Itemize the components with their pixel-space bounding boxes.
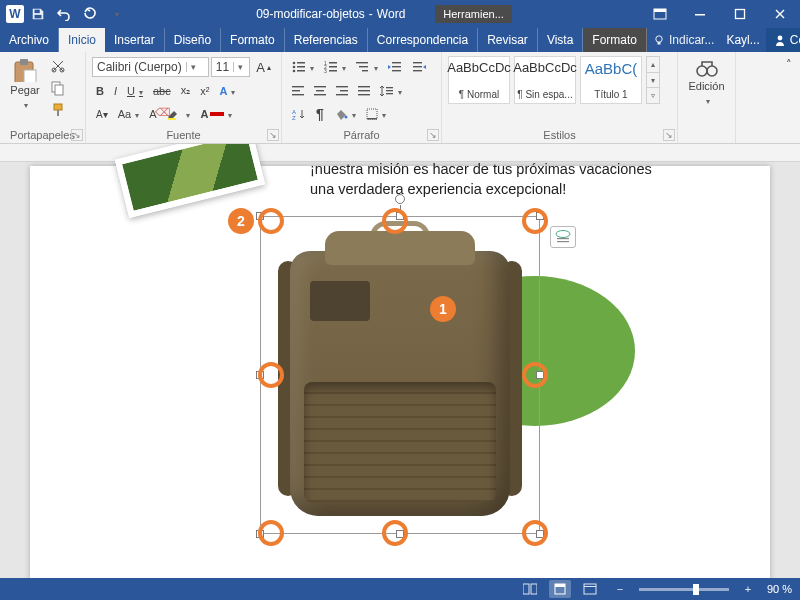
svg-rect-5 (736, 10, 745, 19)
svg-rect-60 (367, 118, 377, 120)
svg-rect-17 (57, 110, 59, 116)
share-button[interactable]: Compartir (766, 28, 800, 52)
svg-rect-4 (695, 14, 705, 16)
document-area: ¡nuestra misión es hacer de tus próximas… (0, 144, 800, 578)
word-icon: W (6, 5, 24, 23)
strike-button[interactable]: abc (149, 83, 175, 99)
style-heading1[interactable]: AaBbC( Título 1 (580, 56, 642, 104)
brush-icon (50, 102, 66, 118)
clear-formatting-button[interactable]: A⌫ (145, 106, 160, 122)
show-marks-button[interactable]: ¶ (312, 104, 328, 124)
decrease-indent-button[interactable] (384, 59, 406, 75)
scissors-icon (50, 58, 66, 74)
borders-button[interactable] (362, 106, 390, 122)
change-case-button[interactable]: Aa (114, 106, 143, 122)
svg-rect-7 (658, 42, 661, 45)
tab-mailings[interactable]: Correspondencia (368, 28, 478, 52)
minimize-button[interactable] (680, 0, 720, 28)
maximize-button[interactable] (720, 0, 760, 28)
font-size-combo[interactable]: 11▾ (211, 57, 251, 77)
styles-launcher[interactable]: ↘ (663, 129, 675, 141)
font-name-combo[interactable]: Calibri (Cuerpo)▾ (92, 57, 209, 77)
copy-button[interactable] (46, 78, 70, 98)
justify-button[interactable] (354, 83, 374, 99)
tab-design[interactable]: Diseño (165, 28, 221, 52)
font-color-button[interactable]: A (196, 106, 236, 122)
page[interactable]: ¡nuestra misión es hacer de tus próximas… (30, 166, 770, 578)
collapse-ribbon-button[interactable]: ˄ (782, 56, 796, 73)
group-clipboard: Pegar Portapapeles ↘ (0, 52, 86, 143)
text-effects-button[interactable]: A (215, 83, 239, 99)
undo-button[interactable] (52, 2, 76, 26)
tab-file[interactable]: Archivo (0, 28, 59, 52)
style-normal[interactable]: AaBbCcDc ¶ Normal (448, 56, 510, 104)
account-user[interactable]: Kayl... (720, 28, 765, 52)
grow-font-button[interactable]: A▴ (252, 58, 275, 77)
callout-ring-br (522, 520, 548, 546)
increase-indent-button[interactable] (408, 59, 430, 75)
line-spacing-button[interactable] (376, 83, 406, 99)
status-bar: − + 90 % (0, 578, 800, 600)
tab-insert[interactable]: Insertar (105, 28, 165, 52)
ribbon-display-options[interactable] (640, 0, 680, 28)
svg-rect-31 (329, 70, 337, 72)
superscript-button[interactable]: x² (196, 83, 213, 99)
read-mode-button[interactable] (519, 580, 541, 598)
tell-me[interactable]: Indicar... (647, 28, 720, 52)
format-painter-button[interactable] (46, 100, 70, 120)
svg-rect-65 (523, 584, 529, 594)
layout-options-button[interactable] (550, 226, 576, 248)
web-layout-button[interactable] (579, 580, 601, 598)
align-right-button[interactable] (332, 83, 352, 99)
zoom-level[interactable]: 90 % (767, 583, 792, 595)
zoom-in-button[interactable]: + (737, 580, 759, 598)
shading-button[interactable] (330, 106, 360, 122)
callout-ring-bl (258, 520, 284, 546)
zoom-out-button[interactable]: − (609, 580, 631, 598)
tab-layout[interactable]: Formato (221, 28, 285, 52)
tab-review[interactable]: Revisar (478, 28, 538, 52)
qat-customize[interactable] (104, 2, 128, 26)
tab-view[interactable]: Vista (538, 28, 583, 52)
paste-button[interactable]: Pegar (6, 56, 44, 112)
underline-button[interactable]: U (123, 83, 147, 99)
save-button[interactable] (26, 2, 50, 26)
tab-home[interactable]: Inicio (59, 28, 105, 52)
tab-references[interactable]: Referencias (285, 28, 368, 52)
svg-rect-55 (386, 93, 393, 94)
group-font: Calibri (Cuerpo)▾ 11▾ A▴ B I U abc x₂ x²… (86, 52, 282, 143)
style-no-spacing[interactable]: AaBbCcDc ¶ Sin espa... (514, 56, 576, 104)
redo-button[interactable] (78, 2, 102, 26)
sort-button[interactable]: AZ (288, 106, 310, 122)
shrink-font-button[interactable]: A▾ (92, 107, 112, 122)
multilevel-list-button[interactable] (352, 59, 382, 75)
svg-rect-33 (359, 66, 368, 67)
callout-ring-mr (522, 362, 548, 388)
numbering-button[interactable]: 123 (320, 59, 350, 75)
align-left-button[interactable] (288, 83, 308, 99)
bullets-button[interactable] (288, 59, 318, 75)
bold-button[interactable]: B (92, 83, 108, 99)
callout-ring-tm (382, 208, 408, 234)
subscript-button[interactable]: x₂ (177, 82, 195, 99)
font-launcher[interactable]: ↘ (267, 129, 279, 141)
zoom-slider[interactable] (639, 588, 729, 591)
svg-rect-23 (297, 66, 305, 68)
paragraph-launcher[interactable]: ↘ (427, 129, 439, 141)
selection-box[interactable] (260, 216, 540, 534)
group-label-clipboard: Portapapeles (6, 127, 79, 141)
tab-format-context[interactable]: Formato (583, 28, 647, 52)
rotate-handle[interactable] (395, 194, 405, 204)
cut-button[interactable] (46, 56, 70, 76)
binoculars-icon (696, 58, 718, 78)
editing-menu[interactable]: Edición (684, 56, 729, 108)
decorative-photo (115, 144, 265, 218)
italic-button[interactable]: I (110, 83, 121, 99)
svg-rect-36 (392, 66, 401, 67)
callout-2: 2 (228, 208, 254, 234)
close-button[interactable] (760, 0, 800, 28)
print-layout-button[interactable] (549, 580, 571, 598)
align-center-button[interactable] (310, 83, 330, 99)
clipboard-launcher[interactable]: ↘ (71, 129, 83, 141)
styles-gallery-scroll[interactable]: ▴▾▿ (646, 56, 660, 104)
